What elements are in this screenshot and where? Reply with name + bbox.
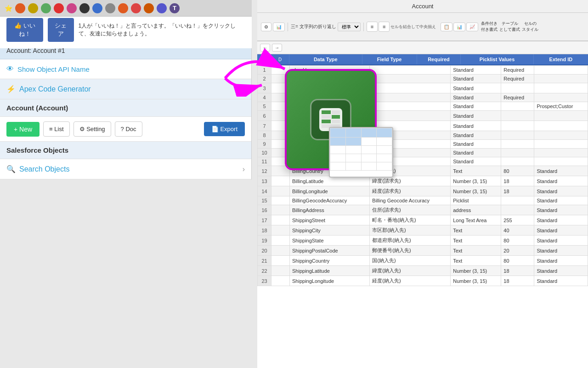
table-cell: 6 [258, 111, 271, 121]
ribbon-align-right[interactable]: ≡ [379, 22, 390, 32]
tab-icon-11[interactable] [144, 3, 154, 13]
ribbon-align-left[interactable]: ≡ [367, 22, 378, 32]
svg-rect-2 [322, 110, 331, 114]
table-cell: 13 [258, 176, 271, 186]
table-cell [370, 102, 451, 111]
svg-rect-7 [332, 120, 340, 123]
table-cell: Standard [451, 157, 501, 166]
table-cell: 18 [501, 276, 534, 286]
mini-spreadsheet [329, 127, 393, 178]
table-row[interactable]: 22ShippingLatitude緯度(納入先)Number (3, 15)1… [258, 266, 588, 276]
ribbon-group-2: 三= 文字列の折り返し 標準 [291, 23, 364, 31]
setting-button[interactable]: ⚙ Setting [74, 121, 111, 137]
table-cell [271, 236, 290, 246]
table-cell: 19 [258, 236, 271, 246]
ribbon-group-3: ≡ ≡ セルを結合して中央揃え [367, 22, 436, 32]
table-cell [271, 196, 290, 205]
ribbon-btn-style2[interactable]: 📊 [453, 23, 465, 31]
share-button[interactable]: シェア [48, 18, 74, 42]
table-cell [501, 121, 534, 131]
table-cell [501, 83, 534, 93]
svg-rect-6 [322, 120, 331, 123]
tab-icon-1[interactable] [15, 3, 25, 13]
table-row[interactable]: 23ShippingLongitude経度(納入先)Number (3, 15)… [258, 276, 588, 286]
tab-icon-4[interactable] [54, 3, 64, 13]
table-row[interactable]: 17ShippingStreet町名・番地(納入先)Long Text Area… [258, 215, 588, 225]
table-cell [501, 205, 534, 215]
table-cell [534, 157, 588, 166]
table-cell: Standard [534, 276, 588, 286]
table-cell [271, 186, 290, 196]
table-cell: ShippingStreet [290, 215, 370, 225]
search-objects-link[interactable]: Search Objects [19, 165, 239, 173]
col-fieldtype-header: Field Type [362, 54, 417, 64]
ribbon-btn-1[interactable]: ⚙ [261, 23, 271, 31]
table-row[interactable]: 13BillingLatitude緯度(請求先)Number (3, 15)18… [258, 176, 588, 186]
ribbon-btn-style3[interactable]: 📈 [466, 23, 478, 31]
table-cell: Required [501, 66, 534, 75]
table-row[interactable]: 19ShippingState都道府県(納入先)Text80Standard [258, 236, 588, 246]
table-cell [370, 83, 451, 93]
search-objects-row[interactable]: 🔍 Search Objects › [0, 159, 251, 179]
table-cell: 郵便番号(納入先) [370, 246, 451, 256]
table-cell: Standard [451, 75, 501, 83]
ribbon-label-1: 条件付き付き書式 [481, 21, 498, 33]
table-row[interactable]: 18ShippingCity市区郡(納入先)Text40Standard [258, 225, 588, 236]
doc-button[interactable]: ? Doc [115, 121, 142, 137]
table-row[interactable]: 14BillingLongitude経度(請求先)Number (3, 15)1… [258, 186, 588, 196]
tab-icon-6[interactable] [79, 3, 90, 13]
popup-container [285, 69, 377, 170]
table-cell: Standard [451, 83, 501, 93]
tab-icon-9[interactable] [118, 3, 128, 13]
table-cell [271, 246, 290, 256]
table-cell: Standard [534, 196, 588, 205]
table-cell [271, 276, 290, 286]
tab-icon-2[interactable] [28, 3, 38, 13]
table-cell: Standard [534, 256, 588, 266]
ribbon-btn-2[interactable]: 📊 [273, 23, 285, 31]
table-cell [534, 149, 588, 157]
table-cell: 40 [501, 225, 534, 236]
table-cell [534, 140, 588, 149]
table-cell: ShippingLatitude [290, 266, 370, 276]
table-row[interactable]: 15BillingGeocodeAccuracyBilling Geocode … [258, 196, 588, 205]
search-icon: 🔍 [6, 165, 16, 173]
table-cell: 80 [501, 166, 534, 176]
ribbon-btn-style1[interactable]: 📋 [441, 23, 452, 31]
table-row[interactable]: 16BillingAddress住所(請求先)addressStandard [258, 205, 588, 215]
like-button[interactable]: 👍 いいね！ [6, 18, 43, 42]
table-cell: 18 [501, 266, 534, 276]
table-cell: BillingLongitude [290, 186, 370, 196]
tab-icon-12[interactable] [157, 3, 167, 13]
excel-formula-bar: ← → [257, 41, 588, 54]
table-cell [271, 256, 290, 266]
tab-icon-3[interactable] [41, 3, 51, 13]
export-button[interactable]: 📄 Export [204, 122, 245, 136]
tab-icon-star[interactable]: ⭐ [5, 5, 12, 12]
table-cell: 住所(請求先) [370, 205, 451, 215]
table-cell: Picklist [451, 196, 501, 205]
tab-icon-7[interactable] [92, 3, 102, 13]
sf-objects-label: Salesforce Objects [6, 146, 68, 154]
tab-icon-8[interactable] [105, 3, 115, 13]
table-cell: Standard [451, 66, 501, 75]
table-cell [370, 66, 451, 75]
list-button[interactable]: ≡ List [43, 121, 69, 137]
col-extend-header: Extend ID [534, 54, 588, 64]
table-cell: 14 [258, 186, 271, 196]
table-cell: ShippingCity [290, 225, 370, 236]
tab-icon-t[interactable]: T [170, 3, 180, 13]
table-row[interactable]: 20ShippingPostalCode郵便番号(納入先)Text20Stand… [258, 246, 588, 256]
new-button[interactable]: + New [6, 122, 40, 137]
table-cell: 22 [258, 266, 271, 276]
table-cell [271, 215, 290, 225]
table-cell: 15 [258, 196, 271, 205]
tab-icon-5[interactable] [67, 3, 77, 13]
table-row[interactable]: 21ShippingCountry国(納入先)Text80Standard [258, 256, 588, 266]
tab-icon-10[interactable] [131, 3, 141, 13]
table-cell: Standard [534, 166, 588, 176]
show-api-link[interactable]: Show Object API Name [17, 65, 90, 73]
table-cell: 国(納入先) [370, 256, 451, 266]
table-cell: Prospect;Custor [534, 102, 588, 111]
ribbon-format-select[interactable]: 標準 [338, 23, 361, 31]
